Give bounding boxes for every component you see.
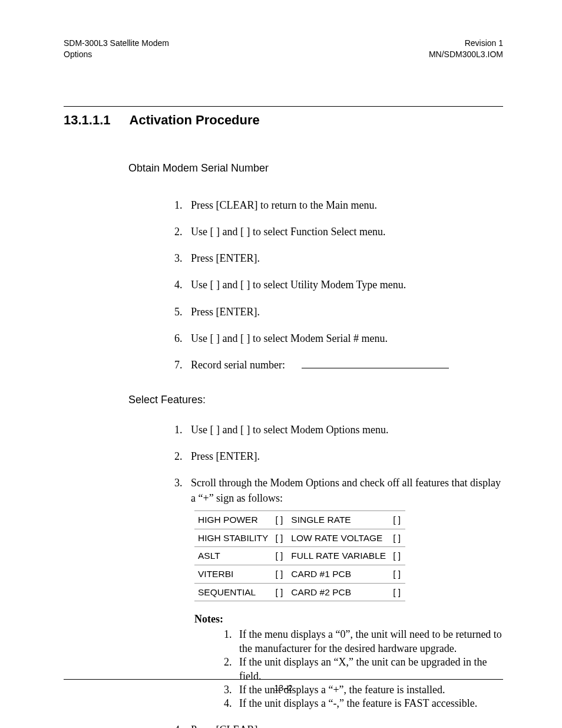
feature-check: [ ] (274, 583, 287, 601)
feature-check: [ ] (392, 565, 405, 583)
features-table: HIGH POWER [ ] SINGLE RATE [ ] HIGH STAB… (194, 510, 405, 601)
step: Scroll through the Modem Options and che… (185, 476, 503, 710)
step: Use [ ] and [ ] to select Utility Modem … (185, 278, 503, 292)
header-left-line1: SDM-300L3 Satellite Modem (64, 38, 169, 49)
step: Use [ ] and [ ] to select Modem Serial #… (185, 331, 503, 346)
page-number: 13–2 (274, 683, 292, 693)
feature-name: LOW RATE VOLTAGE (287, 529, 392, 547)
page-header: SDM-300L3 Satellite Modem Options Revisi… (64, 38, 503, 60)
feature-check: [ ] (274, 529, 287, 547)
step: Record serial number: (185, 358, 503, 373)
serial-number-blank (302, 358, 449, 368)
step: Press [ENTER]. (185, 251, 503, 266)
feature-name: CARD #2 PCB (287, 583, 392, 601)
header-left: SDM-300L3 Satellite Modem Options (64, 38, 169, 60)
feature-name: VITERBI (194, 565, 274, 583)
feature-name: HIGH POWER (194, 510, 274, 529)
header-right: Revision 1 MN/SDM300L3.IOM (429, 38, 503, 60)
table-row: HIGH POWER [ ] SINGLE RATE [ ] (194, 510, 405, 529)
step: Use [ ] and [ ] to select Function Selec… (185, 225, 503, 239)
feature-name: HIGH STABILITY (194, 529, 274, 547)
notes-title: Notes: (194, 612, 503, 627)
header-right-line2: MN/SDM300L3.IOM (429, 49, 503, 60)
feature-check: [ ] (274, 510, 287, 529)
feature-name: CARD #1 PCB (287, 565, 392, 583)
feature-check: [ ] (392, 510, 405, 529)
feature-check: [ ] (392, 529, 405, 547)
step: Press [CLEAR] to return to the Main menu… (185, 198, 503, 213)
step-text: Scroll through the Modem Options and che… (191, 477, 501, 503)
feature-check: [ ] (392, 583, 405, 601)
feature-name: FULL RATE VARIABLE (287, 547, 392, 565)
step: Press [ENTER]. (185, 305, 503, 319)
notes-list: If the menu displays a “0”, the unit wil… (227, 628, 503, 710)
obtain-serial-heading: Obtain Modem Serial Number (128, 162, 503, 174)
section-title: Activation Procedure (130, 113, 260, 128)
header-left-line2: Options (64, 49, 169, 60)
note-item: If the unit displays a “-,” the feature … (234, 697, 503, 710)
obtain-serial-steps: Press [CLEAR] to return to the Main menu… (176, 198, 503, 373)
notes-block: Notes: If the menu displays a “0”, the u… (194, 612, 503, 711)
feature-check: [ ] (392, 547, 405, 565)
feature-name: ASLT (194, 547, 274, 565)
step: Press [ENTER]. (185, 449, 503, 464)
table-row: HIGH STABILITY [ ] LOW RATE VOLTAGE [ ] (194, 529, 405, 547)
feature-name: SEQUENTIAL (194, 583, 274, 601)
section-rule (64, 106, 503, 107)
feature-name: SINGLE RATE (287, 510, 392, 529)
section-number: 13.1.1.1 (64, 113, 111, 128)
step: Use [ ] and [ ] to select Modem Options … (185, 423, 503, 437)
table-row: SEQUENTIAL [ ] CARD #2 PCB [ ] (194, 583, 405, 601)
page-footer: 13–2 (64, 679, 503, 693)
step-text: Record serial number: (191, 359, 285, 371)
header-right-line1: Revision 1 (429, 38, 503, 49)
table-row: ASLT [ ] FULL RATE VARIABLE [ ] (194, 547, 405, 565)
feature-check: [ ] (274, 565, 287, 583)
step: Press [CLEAR]. (185, 723, 503, 728)
select-features-heading: Select Features: (128, 394, 503, 406)
table-row: VITERBI [ ] CARD #1 PCB [ ] (194, 565, 405, 583)
note-item: If the menu displays a “0”, the unit wil… (234, 628, 503, 655)
section-heading: 13.1.1.1 Activation Procedure (64, 113, 503, 128)
feature-check: [ ] (274, 547, 287, 565)
